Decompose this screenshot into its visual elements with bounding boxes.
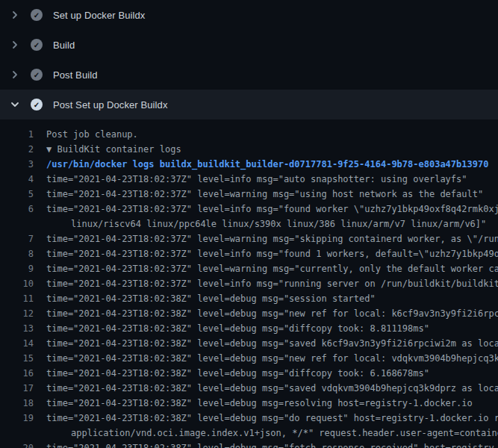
log-line: 14time="2021-04-23T18:02:38Z" level=debu… — [0, 336, 498, 351]
log-line: 1Post job cleanup. — [0, 127, 498, 142]
check-circle-icon: ✓ — [31, 9, 43, 21]
line-number[interactable]: 17 — [0, 381, 34, 396]
line-number[interactable]: 4 — [0, 172, 34, 187]
log-line: 12time="2021-04-23T18:02:38Z" level=debu… — [0, 306, 498, 321]
log-line: 11time="2021-04-23T18:02:38Z" level=debu… — [0, 291, 498, 306]
log-text: time="2021-04-23T18:02:38Z" level=debug … — [34, 306, 498, 321]
log-text: time="2021-04-23T18:02:38Z" level=debug … — [34, 396, 473, 411]
log-line: 13time="2021-04-23T18:02:38Z" level=debu… — [0, 321, 498, 336]
log-group-toggle[interactable]: ▼ BuildKit container logs — [34, 142, 181, 157]
log-line-wrap: application/vnd.oci.image.index.v1+json,… — [0, 426, 498, 441]
log-text: Post job cleanup. — [34, 127, 138, 142]
log-line-wrap: linux/riscv64 linux/ppc64le linux/s390x … — [0, 217, 498, 231]
line-number[interactable]: 7 — [0, 231, 34, 246]
line-number[interactable]: 10 — [0, 276, 34, 291]
log-line: 9time="2021-04-23T18:02:37Z" level=warni… — [0, 261, 498, 276]
log-text: time="2021-04-23T18:02:37Z" level=warnin… — [34, 187, 483, 202]
chevron-right-icon — [9, 39, 21, 51]
step-header-set-up-docker-buildx[interactable]: ✓Set up Docker Buildx — [0, 0, 498, 30]
chevron-right-icon — [9, 9, 21, 21]
log-line: 20time="2021-04-23T18:02:38Z" level=debu… — [0, 441, 498, 448]
line-number[interactable]: 8 — [0, 246, 34, 261]
line-number[interactable]: 13 — [0, 321, 34, 336]
group-title[interactable]: BuildKit container logs — [57, 144, 181, 155]
step-header-post-build[interactable]: ✓Post Build — [0, 60, 498, 90]
log-line: 6time="2021-04-23T18:02:37Z" level=info … — [0, 202, 498, 217]
log-text: time="2021-04-23T18:02:37Z" level=warnin… — [34, 231, 498, 246]
chevron-down-icon — [9, 99, 21, 111]
chevron-right-icon — [9, 69, 21, 81]
check-circle-icon: ✓ — [31, 39, 43, 51]
log-line: 4time="2021-04-23T18:02:37Z" level=info … — [0, 172, 498, 187]
step-label: Set up Docker Buildx — [53, 10, 145, 21]
log-line: 19time="2021-04-23T18:02:38Z" level=debu… — [0, 411, 498, 426]
workflow-steps-list: ✓Set up Docker Buildx✓Build✓Post Build✓P… — [0, 0, 498, 119]
log-line: 16time="2021-04-23T18:02:38Z" level=debu… — [0, 366, 498, 381]
log-line: 5time="2021-04-23T18:02:37Z" level=warni… — [0, 187, 498, 202]
log-text: time="2021-04-23T18:02:37Z" level=info m… — [34, 276, 498, 291]
line-number[interactable]: 14 — [0, 336, 34, 351]
log-text: application/vnd.oci.image.index.v1+json,… — [34, 426, 498, 441]
log-text: time="2021-04-23T18:02:37Z" level=info m… — [34, 246, 498, 261]
step-header-build[interactable]: ✓Build — [0, 30, 498, 60]
log-line: 3/usr/bin/docker logs buildx_buildkit_bu… — [0, 157, 498, 172]
log-line: 8time="2021-04-23T18:02:37Z" level=info … — [0, 246, 498, 261]
step-label: Post Build — [53, 69, 98, 81]
log-text: time="2021-04-23T18:02:38Z" level=debug … — [34, 351, 498, 366]
log-text: time="2021-04-23T18:02:38Z" level=debug … — [34, 291, 376, 306]
log-text: linux/riscv64 linux/ppc64le linux/s390x … — [34, 217, 486, 231]
line-number[interactable]: 20 — [0, 441, 34, 448]
line-number[interactable]: 18 — [0, 396, 34, 411]
log-line: 18time="2021-04-23T18:02:38Z" level=debu… — [0, 396, 498, 411]
log-line: 10time="2021-04-23T18:02:37Z" level=info… — [0, 276, 498, 291]
log-text: time="2021-04-23T18:02:38Z" level=debug … — [34, 336, 498, 351]
log-text: time="2021-04-23T18:02:38Z" level=debug … — [34, 366, 429, 381]
log-text: time="2021-04-23T18:02:37Z" level=info m… — [34, 202, 498, 217]
log-line: 15time="2021-04-23T18:02:38Z" level=debu… — [0, 351, 498, 366]
line-number[interactable]: 5 — [0, 187, 34, 202]
line-number[interactable]: 9 — [0, 261, 34, 276]
line-number[interactable]: 2 — [0, 142, 34, 157]
step-log-output: 1Post job cleanup.2▼ BuildKit container … — [0, 119, 498, 448]
log-text: time="2021-04-23T18:02:37Z" level=info m… — [34, 172, 467, 187]
log-text: time="2021-04-23T18:02:38Z" level=debug … — [34, 441, 498, 448]
check-circle-icon: ✓ — [31, 99, 43, 111]
check-circle-icon: ✓ — [31, 69, 43, 81]
line-number[interactable]: 12 — [0, 306, 34, 321]
log-line: 17time="2021-04-23T18:02:38Z" level=debu… — [0, 381, 498, 396]
log-text: time="2021-04-23T18:02:38Z" level=debug … — [34, 381, 498, 396]
line-number[interactable]: 11 — [0, 291, 34, 306]
line-number[interactable]: 3 — [0, 157, 34, 172]
line-number[interactable]: 19 — [0, 411, 34, 426]
step-header-post-set-up-docker-buildx[interactable]: ✓Post Set up Docker Buildx — [0, 90, 498, 119]
line-number[interactable]: 15 — [0, 351, 34, 366]
log-text: time="2021-04-23T18:02:38Z" level=debug … — [34, 411, 498, 426]
line-number — [0, 426, 34, 441]
log-text: time="2021-04-23T18:02:38Z" level=debug … — [34, 321, 429, 336]
step-label: Build — [53, 40, 75, 51]
step-label: Post Set up Docker Buildx — [53, 99, 168, 111]
log-line: 2▼ BuildKit container logs — [0, 142, 498, 157]
log-line: 7time="2021-04-23T18:02:37Z" level=warni… — [0, 231, 498, 246]
group-collapse-icon[interactable]: ▼ — [46, 144, 57, 155]
line-number — [0, 217, 34, 231]
line-number[interactable]: 1 — [0, 127, 34, 142]
line-number[interactable]: 16 — [0, 366, 34, 381]
line-number[interactable]: 6 — [0, 202, 34, 217]
log-text: time="2021-04-23T18:02:37Z" level=warnin… — [34, 261, 498, 276]
log-command-text: /usr/bin/docker logs buildx_buildkit_bui… — [34, 157, 488, 172]
